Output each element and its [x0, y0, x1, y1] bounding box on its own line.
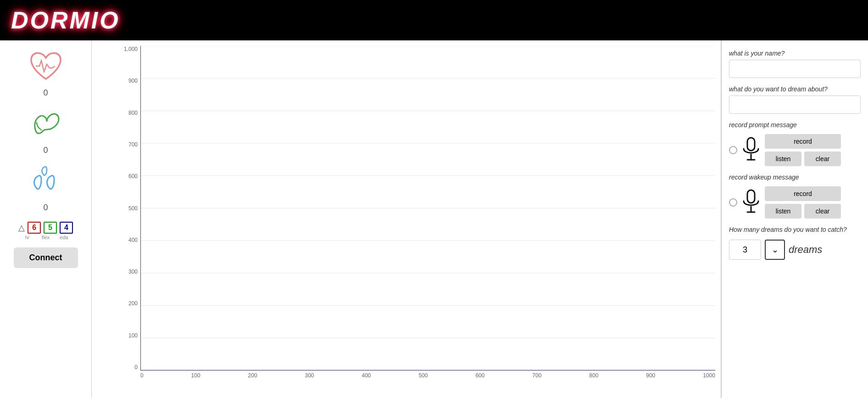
y-label-100: 100: [128, 332, 138, 339]
chart-container: 0 100 200 300 400 500 600 700 800 900 1,…: [117, 46, 715, 383]
x-label-900: 900: [646, 372, 655, 379]
wakeup-controls: record listen clear: [729, 186, 861, 219]
eda-icon: [28, 163, 64, 201]
dreams-controls: ⌄ dreams: [729, 240, 861, 260]
eda-value: 0: [43, 203, 48, 213]
x-label-700: 700: [532, 372, 541, 379]
svg-rect-13: [747, 138, 755, 151]
flex-label: flex: [38, 235, 54, 240]
prompt-btn-group: record listen clear: [765, 134, 841, 166]
prompt-radio[interactable]: [729, 146, 737, 154]
chart-svg-wrapper: [140, 46, 715, 370]
connect-button[interactable]: Connect: [14, 247, 78, 268]
wakeup-clear-button[interactable]: clear: [804, 204, 841, 219]
logo: DORMIO: [11, 6, 120, 34]
x-label-200: 200: [248, 372, 257, 379]
hr-value: 0: [43, 88, 48, 98]
y-label-600: 600: [128, 173, 138, 179]
y-axis: 0 100 200 300 400 500 600 700 800 900 1,…: [117, 46, 140, 370]
dreams-dropdown-button[interactable]: ⌄: [765, 240, 785, 260]
x-label-800: 800: [589, 372, 598, 379]
flex-value: 0: [43, 146, 48, 155]
channel-labels: hr flex eda: [20, 235, 72, 240]
flex-widget: 0: [28, 105, 64, 155]
wakeup-mic-icon: [741, 189, 761, 216]
triangle-icon: △: [18, 223, 25, 233]
x-label-1000: 1000: [703, 372, 715, 379]
wakeup-record-section: record wakeup message record listen cl: [729, 174, 861, 219]
x-label-300: 300: [305, 372, 314, 379]
eda-widget: 0: [28, 163, 64, 213]
wakeup-record-button[interactable]: record: [765, 186, 841, 201]
y-label-200: 200: [128, 300, 138, 307]
y-label-400: 400: [128, 237, 138, 243]
y-label-0: 0: [134, 364, 138, 370]
prompt-controls: record listen clear: [729, 134, 861, 166]
flex-channel-badge: 5: [44, 222, 57, 234]
eda-label: eda: [56, 235, 72, 240]
y-label-900: 900: [128, 78, 138, 84]
channel-row: △ 6 5 4: [18, 222, 73, 234]
prompt-clear-button[interactable]: clear: [804, 151, 841, 166]
name-input[interactable]: [729, 60, 861, 78]
left-panel: 0 0: [0, 40, 92, 398]
y-label-800: 800: [128, 110, 138, 116]
chart-area: 0 100 200 300 400 500 600 700 800 900 1,…: [92, 40, 721, 398]
prompt-record-section: record prompt message record listen cl: [729, 121, 861, 166]
x-label-600: 600: [475, 372, 484, 379]
dream-section: what do you want to dream about?: [729, 85, 861, 114]
wakeup-listen-button[interactable]: listen: [765, 204, 801, 219]
name-label: what is your name?: [729, 50, 861, 57]
svg-rect-16: [747, 190, 755, 203]
prompt-record-button[interactable]: record: [765, 134, 841, 149]
dreams-input[interactable]: [729, 240, 761, 260]
x-label-400: 400: [362, 372, 371, 379]
dream-label: what do you want to dream about?: [729, 85, 861, 93]
main-layout: 0 0: [0, 40, 868, 398]
y-label-500: 500: [128, 205, 138, 212]
x-label-100: 100: [191, 372, 200, 379]
x-label-500: 500: [418, 372, 428, 379]
eda-channel-badge: 4: [60, 222, 73, 234]
prompt-mic-icon: [741, 137, 761, 163]
y-label-1000: 1,000: [124, 46, 138, 52]
x-axis: 0 100 200 300 400 500 600 700 800 900 10…: [140, 370, 715, 383]
dream-input[interactable]: [729, 95, 861, 114]
dreams-unit-label: dreams: [789, 244, 822, 256]
prompt-section-label: record prompt message: [729, 121, 861, 129]
wakeup-radio[interactable]: [729, 198, 737, 207]
hr-label: hr: [20, 235, 35, 240]
wakeup-btn-group: record listen clear: [765, 186, 841, 219]
y-label-700: 700: [128, 141, 138, 148]
wakeup-section-label: record wakeup message: [729, 174, 861, 181]
dreams-count-label: How many dreams do you want to catch?: [729, 226, 861, 233]
right-panel: what is your name? what do you want to d…: [721, 40, 868, 398]
hr-channel-badge: 6: [28, 222, 41, 234]
hr-widget: 0: [28, 48, 64, 98]
prompt-listen-button[interactable]: listen: [765, 151, 801, 166]
dreams-section: How many dreams do you want to catch? ⌄ …: [729, 226, 861, 260]
name-section: what is your name?: [729, 50, 861, 78]
flex-icon: [28, 105, 64, 144]
heart-rate-icon: [28, 48, 64, 86]
x-label-0: 0: [140, 372, 144, 379]
y-label-300: 300: [128, 269, 138, 275]
header: DORMIO: [0, 0, 868, 40]
